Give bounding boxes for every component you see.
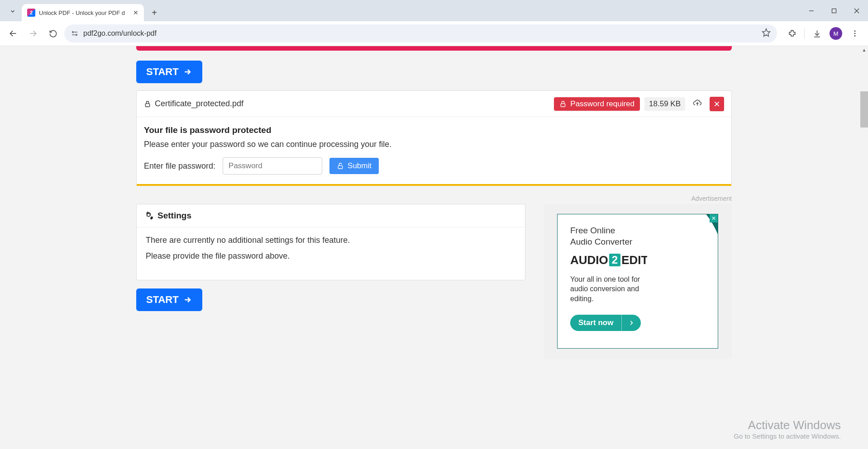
ad-graphic xyxy=(647,214,718,348)
password-heading: Your file is password protected xyxy=(144,125,724,135)
gears-icon xyxy=(145,211,154,220)
scroll-up-icon[interactable]: ▲ xyxy=(860,46,868,54)
settings-column: Settings There are currently no addition… xyxy=(136,204,525,311)
start-button-label: START xyxy=(146,294,179,306)
windows-activation-watermark: Activate Windows Go to Settings to activ… xyxy=(734,418,841,440)
ad-logo-mid: 2 xyxy=(609,254,620,266)
banner-bar xyxy=(136,46,732,51)
submit-label: Submit xyxy=(348,161,372,170)
tab-favicon-icon: 2 xyxy=(27,9,35,17)
window-close-button[interactable] xyxy=(845,0,868,21)
settings-text-1: There are currently no additional settin… xyxy=(146,236,516,245)
password-input[interactable] xyxy=(223,157,322,175)
page-viewport: START Certificate_protected.pdf Password… xyxy=(0,46,868,449)
lock-icon xyxy=(144,100,151,108)
password-instruction: Please enter your password so we can con… xyxy=(144,140,724,149)
site-settings-icon[interactable] xyxy=(71,29,79,38)
ad-logo-right: EDIT xyxy=(621,253,648,267)
new-tab-button[interactable]: + xyxy=(148,6,161,19)
ad-headline: Free Online Audio Converter xyxy=(570,225,647,247)
svg-point-15 xyxy=(854,35,856,37)
profile-avatar[interactable]: M xyxy=(827,25,844,42)
tab-close-icon[interactable]: ✕ xyxy=(133,9,138,16)
window-controls xyxy=(800,0,868,21)
watermark-sub: Go to Settings to activate Windows. xyxy=(734,432,841,440)
ad-headline-2: Audio Converter xyxy=(570,237,632,246)
delete-file-button[interactable] xyxy=(710,97,724,111)
nav-back-button[interactable] xyxy=(5,25,22,42)
settings-title: Settings xyxy=(157,211,191,221)
settings-card: Settings There are currently no addition… xyxy=(136,204,525,280)
svg-point-8 xyxy=(76,34,77,36)
browser-menu-icon[interactable] xyxy=(846,25,863,42)
settings-header: Settings xyxy=(137,204,525,227)
scrollbar-thumb[interactable] xyxy=(860,91,868,128)
advertisement-container: ✕ Free Online Audio Converter AUDIO 2 ED… xyxy=(544,204,732,359)
chevron-right-icon xyxy=(621,315,641,331)
password-label: Enter file password: xyxy=(144,161,215,171)
svg-rect-22 xyxy=(338,165,342,169)
start-button-bottom[interactable]: START xyxy=(136,288,202,311)
password-row: Enter file password: Submit xyxy=(144,157,724,175)
ad-subtext: Your all in one tool for audio conversio… xyxy=(570,274,647,304)
svg-point-6 xyxy=(72,32,74,33)
password-required-badge: Password required xyxy=(554,97,640,111)
ad-logo: AUDIO 2 EDIT .COM xyxy=(570,253,647,267)
file-card: Certificate_protected.pdf Password requi… xyxy=(136,90,732,185)
cloud-upload-icon[interactable] xyxy=(690,96,705,111)
nav-reload-button[interactable] xyxy=(44,25,62,42)
submit-password-button[interactable]: Submit xyxy=(329,158,379,174)
nav-forward-button[interactable] xyxy=(24,25,42,42)
ad-cta-button[interactable]: Start now xyxy=(570,315,641,331)
ad-content: Free Online Audio Converter AUDIO 2 EDIT… xyxy=(558,214,647,348)
window-maximize-button[interactable] xyxy=(823,0,845,21)
browser-tab[interactable]: 2 Unlock PDF - Unlock your PDF d ✕ xyxy=(22,4,144,21)
avatar-initial: M xyxy=(830,27,842,40)
separator xyxy=(804,28,805,38)
ad-logo-left: AUDIO xyxy=(570,253,608,267)
arrow-right-icon xyxy=(183,295,192,304)
settings-body: There are currently no additional settin… xyxy=(137,227,525,280)
settings-text-2: Please provide the file password above. xyxy=(146,251,516,261)
svg-rect-17 xyxy=(145,104,149,107)
tab-list-chevron[interactable] xyxy=(5,4,20,19)
advertisement[interactable]: ✕ Free Online Audio Converter AUDIO 2 ED… xyxy=(557,214,718,349)
svg-rect-18 xyxy=(561,104,565,107)
advertisement-label: Advertisement xyxy=(95,195,732,202)
file-body: Your file is password protected Please e… xyxy=(137,117,731,184)
ad-headline-1: Free Online xyxy=(570,226,615,235)
tab-title: Unlock PDF - Unlock your PDF d xyxy=(39,9,129,16)
file-name-row: Certificate_protected.pdf xyxy=(144,99,549,109)
file-header: Certificate_protected.pdf Password requi… xyxy=(137,91,731,117)
lower-row: Settings There are currently no addition… xyxy=(136,204,732,359)
tab-strip: 2 Unlock PDF - Unlock your PDF d ✕ + xyxy=(0,0,868,21)
address-bar[interactable]: pdf2go.com/unlock-pdf xyxy=(64,24,777,43)
url-text: pdf2go.com/unlock-pdf xyxy=(83,29,757,38)
browser-toolbar: pdf2go.com/unlock-pdf M xyxy=(0,21,868,46)
unlock-icon xyxy=(337,162,344,170)
lock-icon xyxy=(559,100,567,108)
ad-cta-label: Start now xyxy=(570,315,621,331)
bookmark-star-icon[interactable] xyxy=(762,28,771,39)
file-size: 18.59 KB xyxy=(644,97,685,111)
file-name: Certificate_protected.pdf xyxy=(155,99,243,109)
start-button-label: START xyxy=(146,66,179,78)
svg-point-14 xyxy=(854,33,856,34)
start-button-top[interactable]: START xyxy=(136,61,202,83)
scrollbar[interactable]: ▲ xyxy=(860,46,868,449)
close-icon xyxy=(714,101,720,107)
svg-rect-1 xyxy=(832,9,836,13)
ad-close-icon[interactable]: ✕ xyxy=(710,214,718,222)
browser-chrome: 2 Unlock PDF - Unlock your PDF d ✕ + xyxy=(0,0,868,46)
extensions-icon[interactable] xyxy=(783,25,801,42)
svg-point-13 xyxy=(854,30,856,32)
badge-text: Password required xyxy=(570,99,634,109)
svg-marker-10 xyxy=(763,29,770,37)
arrow-right-icon xyxy=(183,67,192,76)
page-content: START Certificate_protected.pdf Password… xyxy=(95,46,773,359)
ad-stripes xyxy=(647,214,718,348)
toolbar-right: M xyxy=(783,25,863,42)
downloads-icon[interactable] xyxy=(808,25,825,42)
window-minimize-button[interactable] xyxy=(800,0,823,21)
watermark-title: Activate Windows xyxy=(734,418,841,432)
